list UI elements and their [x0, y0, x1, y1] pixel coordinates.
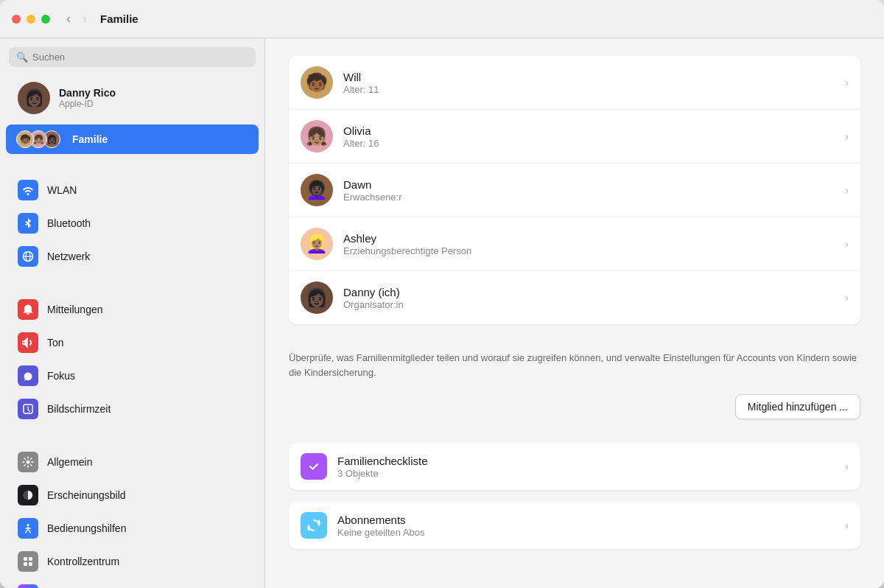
close-button[interactable] — [12, 15, 21, 24]
svg-rect-8 — [24, 557, 27, 561]
kontrollzentrum-label: Kontrollzentrum — [47, 556, 119, 567]
bildschirmzeit-label: Bildschirmzeit — [47, 403, 110, 415]
member-info-olivia: Olivia Alter: 16 — [343, 125, 835, 149]
fokus-icon — [18, 365, 38, 386]
sidebar-item-familie-label: Familie — [72, 133, 108, 145]
chevron-danny: › — [845, 292, 849, 304]
content-area: 🔍 👩🏿 Danny Rico Apple-ID 🧒🏾 👧🏽 👩🏿 — [0, 38, 884, 588]
erscheinungsbild-label: Erscheinungsbild — [47, 489, 126, 501]
svg-point-7 — [27, 524, 29, 526]
titlebar: ‹ › Familie — [0, 0, 884, 38]
siri-icon — [18, 584, 38, 588]
sidebar-item-bildschirmzeit[interactable]: Bildschirmzeit — [6, 393, 259, 425]
member-name-will: Will — [343, 71, 835, 83]
member-avatar-ashley: 👱🏽‍♀️ — [301, 228, 333, 260]
user-name: Danny Rico — [59, 87, 116, 99]
member-role-will: Alter: 11 — [343, 84, 835, 95]
member-role-dawn: Erwachsene:r — [343, 192, 835, 203]
nav-buttons: ‹ › — [62, 10, 91, 28]
family-member-dawn[interactable]: 👩🏿‍🦱 Dawn Erwachsene:r › — [289, 164, 860, 217]
add-member-button[interactable]: Mitglied hinzufügen ... — [735, 394, 860, 419]
sidebar-item-kontrollzentrum[interactable]: Kontrollzentrum — [6, 545, 259, 578]
family-description: Überprüfe, was Familienmitglieder teilen… — [289, 339, 860, 385]
member-role-olivia: Alter: 16 — [343, 138, 835, 149]
abonnements-name: Abonnements — [337, 514, 835, 526]
bluetooth-label: Bluetooth — [47, 217, 91, 229]
netzwerk-icon — [18, 246, 38, 267]
search-input[interactable] — [32, 52, 248, 63]
family-members-card: 🧒🏾 Will Alter: 11 › 👧🏽 Olivia Alter: 16 … — [289, 56, 860, 324]
sidebar-item-fokus[interactable]: Fokus — [6, 360, 259, 392]
minimize-button[interactable] — [27, 15, 35, 24]
chevron-will: › — [845, 77, 849, 88]
member-role-danny: Organisator:in — [343, 299, 835, 310]
familiencheckliste-sub: 3 Objekte — [337, 468, 835, 479]
abonnements-icon — [301, 512, 327, 539]
chevron-ashley: › — [845, 238, 849, 250]
erscheinungsbild-icon — [18, 485, 38, 505]
chevron-abonnements: › — [845, 519, 849, 531]
abonnements-sub: Keine geteilten Abos — [337, 527, 835, 538]
titlebar-title: Familie — [100, 13, 138, 25]
sidebar-item-bedienungshilfen[interactable]: Bedienungshilfen — [6, 512, 259, 545]
user-profile[interactable]: 👩🏿 Danny Rico Apple-ID — [6, 74, 259, 122]
back-button[interactable]: ‹ — [62, 10, 75, 28]
svg-rect-11 — [29, 562, 32, 566]
chevron-olivia: › — [845, 130, 849, 142]
bluetooth-icon — [18, 213, 38, 234]
family-member-olivia[interactable]: 👧🏽 Olivia Alter: 16 › — [289, 110, 860, 164]
member-avatar-olivia: 👧🏽 — [301, 120, 333, 153]
netzwerk-label: Netzwerk — [47, 251, 90, 262]
sidebar-section-network: WLAN Bluetooth — [0, 173, 264, 273]
family-member-will[interactable]: 🧒🏾 Will Alter: 11 › — [289, 56, 860, 110]
user-subtitle: Apple-ID — [59, 99, 116, 109]
ton-label: Ton — [47, 337, 64, 349]
sidebar-item-familie[interactable]: 🧒🏾 👧🏽 👩🏿 Familie — [6, 125, 259, 154]
member-info-ashley: Ashley Erziehungsberechtigte Person — [343, 232, 835, 256]
main-window: ‹ › Familie 🔍 👩🏿 Danny Rico Apple-ID — [0, 0, 884, 588]
sidebar-item-wlan[interactable]: WLAN — [6, 174, 259, 206]
member-info-dawn: Dawn Erwachsene:r — [343, 178, 835, 203]
member-avatar-will: 🧒🏾 — [301, 66, 333, 99]
sidebar-item-bluetooth[interactable]: Bluetooth — [6, 207, 259, 239]
maximize-button[interactable] — [41, 15, 50, 24]
sidebar-item-siri[interactable]: Siri & Spotlight — [6, 578, 259, 588]
feature-card-familiencheckliste[interactable]: Familiencheckliste 3 Objekte › — [289, 443, 860, 490]
search-bar[interactable]: 🔍 — [9, 47, 256, 67]
sidebar-item-netzwerk[interactable]: Netzwerk — [6, 240, 259, 273]
abonnements-info: Abonnements Keine geteilten Abos — [337, 514, 835, 538]
sidebar-section-system: Allgemein Erscheinungsbild — [0, 445, 264, 588]
user-avatar: 👩🏿 — [18, 82, 50, 114]
member-name-ashley: Ashley — [343, 232, 835, 245]
family-avatars: 🧒🏾 👧🏽 👩🏿 — [16, 130, 56, 148]
forward-button[interactable]: › — [78, 10, 91, 28]
allgemein-icon — [18, 452, 38, 472]
wlan-label: WLAN — [47, 184, 77, 196]
feature-card-abonnements[interactable]: Abonnements Keine geteilten Abos › — [289, 502, 860, 549]
family-member-danny[interactable]: 👩🏿 Danny (ich) Organisator:in › — [289, 271, 860, 324]
sidebar-section-notif: Mitteilungen Ton — [0, 293, 264, 426]
bedienungshilfen-label: Bedienungshilfen — [47, 522, 126, 534]
mitteilungen-label: Mitteilungen — [47, 304, 103, 315]
family-member-ashley[interactable]: 👱🏽‍♀️ Ashley Erziehungsberechtigte Perso… — [289, 217, 860, 271]
mitteilungen-icon — [18, 299, 38, 320]
sidebar-item-mitteilungen[interactable]: Mitteilungen — [6, 293, 259, 326]
search-icon: 🔍 — [16, 52, 28, 63]
kontrollzentrum-icon — [18, 551, 38, 572]
sidebar-item-ton[interactable]: Ton — [6, 326, 259, 359]
familiencheckliste-name: Familiencheckliste — [337, 455, 835, 467]
main-content: 🧒🏾 Will Alter: 11 › 👧🏽 Olivia Alter: 16 … — [265, 38, 884, 588]
allgemein-label: Allgemein — [47, 456, 92, 468]
member-info-will: Will Alter: 11 — [343, 71, 835, 95]
sidebar-item-allgemein[interactable]: Allgemein — [6, 446, 259, 478]
bildschirmzeit-icon — [18, 399, 38, 419]
sidebar-item-erscheinungsbild[interactable]: Erscheinungsbild — [6, 479, 259, 511]
user-info: Danny Rico Apple-ID — [59, 87, 116, 109]
bedienungshilfen-icon — [18, 518, 38, 539]
traffic-lights — [12, 15, 50, 24]
chevron-familiencheckliste: › — [845, 461, 849, 472]
member-name-olivia: Olivia — [343, 125, 835, 137]
svg-rect-9 — [29, 557, 32, 561]
wlan-icon — [18, 180, 38, 200]
member-role-ashley: Erziehungsberechtigte Person — [343, 245, 835, 256]
